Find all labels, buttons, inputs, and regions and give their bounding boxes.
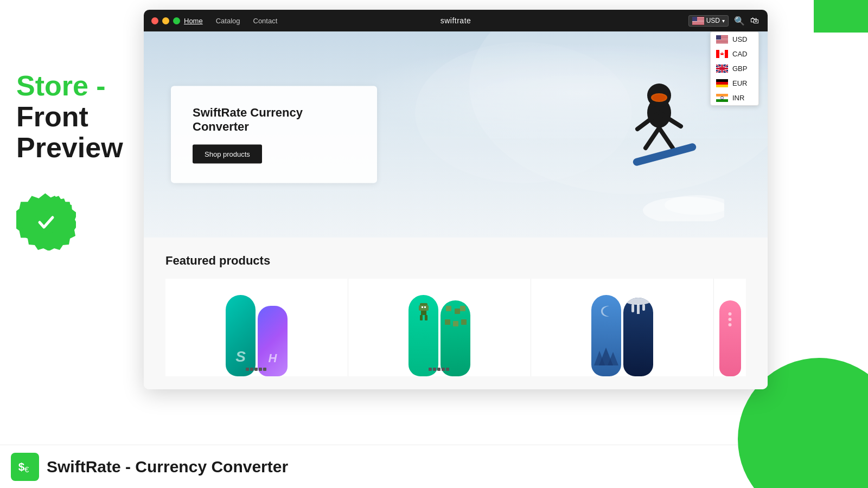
traffic-light-red[interactable]	[151, 17, 158, 24]
cart-icon[interactable]: 🛍	[750, 16, 759, 25]
board-green-dark	[441, 300, 470, 376]
svg-rect-64	[250, 368, 253, 371]
flag-gbp-icon	[716, 65, 728, 73]
pixel-char-svg	[416, 303, 432, 322]
hero-card-title: SwiftRate Currency Converter	[193, 106, 355, 134]
traffic-lights	[151, 17, 180, 24]
svg-rect-32	[725, 50, 728, 58]
label-line3: Preview	[16, 132, 127, 163]
traffic-light-green[interactable]	[173, 17, 180, 24]
gbp-label: GBP	[732, 65, 747, 73]
product-card-3[interactable]	[531, 279, 713, 376]
svg-rect-27	[716, 42, 728, 43]
product-card-2[interactable]	[348, 279, 531, 376]
board-teal: S	[226, 295, 256, 376]
cad-label: CAD	[732, 50, 747, 58]
svg-rect-71	[420, 315, 423, 320]
svg-rect-65	[254, 368, 258, 371]
green-rect-top	[814, 0, 868, 33]
shop-products-button[interactable]: Shop products	[193, 145, 262, 164]
browser-actions: USD ▾ 🔍 🛍	[688, 15, 759, 27]
featured-section: Featured products S H	[144, 237, 768, 389]
search-icon[interactable]: 🔍	[734, 16, 745, 26]
board-pink	[719, 300, 741, 376]
svg-rect-15	[692, 17, 697, 21]
currency-option-gbp[interactable]: GBP	[711, 61, 758, 76]
pixel-dots-2	[429, 368, 450, 372]
svg-rect-29	[716, 35, 721, 40]
currency-option-eur[interactable]: EUR	[711, 76, 758, 91]
board-text-h: H	[269, 351, 277, 365]
svg-rect-45	[716, 85, 728, 87]
svg-point-51	[415, 42, 632, 183]
browser-window: Home Catalog Contact swiftrate	[144, 10, 768, 389]
svg-rect-85	[446, 368, 449, 371]
svg-point-94	[728, 318, 731, 321]
svg-rect-70	[421, 311, 426, 315]
product-boards-2	[409, 290, 470, 376]
browser-nav: Home Catalog Contact	[184, 17, 277, 25]
svg-rect-43	[716, 79, 728, 82]
svg-rect-77	[460, 306, 465, 311]
hero-section: SwiftRate Currency Converter Shop produc…	[144, 31, 768, 237]
svg-rect-60	[632, 143, 697, 167]
svg-point-95	[728, 323, 731, 326]
currency-selector[interactable]: USD ▾	[688, 15, 729, 27]
pink-dots-svg	[726, 311, 734, 328]
svg-rect-72	[425, 315, 427, 320]
svg-rect-12	[692, 23, 704, 23]
currency-option-inr[interactable]: INR	[711, 91, 758, 105]
left-panel: Store - Front Preview	[0, 0, 144, 488]
nav-link-catalog[interactable]: Catalog	[216, 17, 240, 25]
board-purple: H	[258, 306, 288, 376]
board-green-bright	[409, 295, 438, 376]
svg-rect-92	[642, 304, 645, 311]
currency-option-usd[interactable]: USD	[711, 32, 758, 47]
flag-usd-icon	[716, 35, 728, 43]
featured-title: Featured products	[165, 254, 746, 268]
svg-rect-75	[446, 306, 451, 311]
svg-rect-28	[716, 43, 728, 43]
svg-rect-10	[692, 22, 704, 22]
drip-svg	[623, 298, 653, 314]
flag-us-icon	[692, 17, 704, 25]
svg-point-55	[653, 94, 666, 101]
inr-label: INR	[732, 94, 744, 102]
products-row: S H	[165, 279, 746, 376]
flag-inr-icon	[716, 94, 728, 102]
svg-text:€: €	[24, 465, 29, 474]
nav-link-home[interactable]: Home	[184, 17, 203, 25]
svg-point-1	[34, 210, 58, 234]
eur-label: EUR	[732, 79, 747, 87]
svg-rect-90	[631, 304, 634, 312]
svg-rect-63	[246, 368, 249, 371]
svg-rect-83	[437, 368, 441, 371]
svg-point-93	[728, 312, 731, 316]
currency-code: USD	[706, 17, 720, 24]
traffic-light-yellow[interactable]	[162, 17, 169, 24]
pixel-chars-svg	[445, 306, 467, 333]
moon-svg	[598, 303, 615, 319]
board-navy	[623, 298, 653, 376]
svg-rect-79	[453, 321, 458, 326]
brand-name: swiftrate	[441, 16, 471, 25]
flag-cad-icon	[716, 50, 728, 58]
svg-line-58	[646, 128, 659, 148]
product-card-4-partial[interactable]	[713, 279, 746, 376]
svg-text:$: $	[18, 460, 25, 472]
browser-topbar: Home Catalog Contact swiftrate	[144, 10, 768, 31]
hero-card: SwiftRate Currency Converter Shop produc…	[171, 86, 377, 183]
pixel-dots-1	[246, 368, 267, 372]
nav-link-contact[interactable]: Contact	[253, 17, 278, 25]
bottom-bar: $ € SwiftRate - Currency Converter	[0, 445, 868, 488]
currency-option-cad[interactable]: CAD	[711, 47, 758, 61]
store-front-label: Store - Front Preview	[16, 70, 127, 164]
svg-rect-9	[692, 21, 704, 22]
svg-rect-48	[716, 99, 728, 102]
product-card-1[interactable]: S H	[165, 279, 348, 376]
svg-rect-11	[692, 22, 704, 23]
svg-rect-46	[716, 94, 728, 97]
svg-rect-81	[429, 368, 432, 371]
verified-badge	[16, 191, 76, 251]
currency-converter-icon: $ €	[16, 458, 34, 476]
